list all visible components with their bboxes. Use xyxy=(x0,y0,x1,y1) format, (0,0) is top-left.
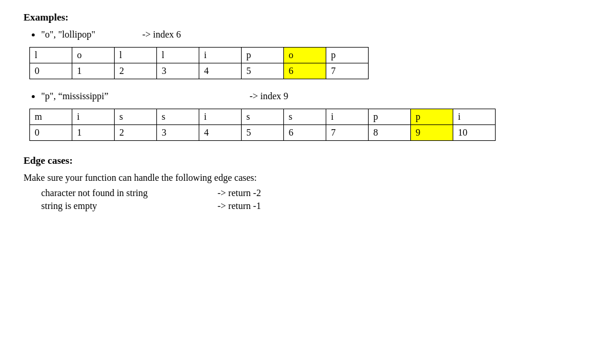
edge-cases-section: Edge cases: Make sure your function can … xyxy=(24,155,578,211)
index-cell: 3 xyxy=(157,125,199,141)
index-cell: 2 xyxy=(115,63,157,79)
examples-title: Examples: xyxy=(24,12,578,23)
char-cell: m xyxy=(30,109,72,125)
char-cell: i xyxy=(199,48,242,63)
edge-cases-title: Edge cases: xyxy=(24,155,578,167)
char-cell: i xyxy=(453,109,496,125)
edge-case-description: string is empty xyxy=(41,201,218,211)
example1-arrow: -> index 6 xyxy=(142,29,181,40)
index-cell: 6 xyxy=(284,125,326,141)
example2-arrow: -> index 9 xyxy=(249,91,288,102)
char-cell: o xyxy=(284,48,326,63)
char-cell: i xyxy=(72,109,115,125)
example1-indices-row: 01234567 xyxy=(30,63,369,79)
example2-item: "p", “mississippi” -> index 9 xyxy=(41,91,578,102)
index-cell: 5 xyxy=(242,63,284,79)
char-cell: p xyxy=(369,109,411,125)
char-cell: s xyxy=(242,109,284,125)
char-cell: l xyxy=(30,48,72,63)
example1-bullet-list: "o", "lollipop" -> index 6 xyxy=(24,29,578,40)
index-cell: 1 xyxy=(72,125,115,141)
index-cell: 0 xyxy=(30,63,72,79)
example2-label-row: "p", “mississippi” -> index 9 xyxy=(41,91,578,102)
index-cell: 2 xyxy=(115,125,157,141)
char-cell: o xyxy=(72,48,115,63)
example1-label-row: "o", "lollipop" -> index 6 xyxy=(41,29,578,40)
char-cell: i xyxy=(199,109,242,125)
edge-cases-list: character not found in string-> return -… xyxy=(24,188,578,211)
example1-table: lollipop 01234567 xyxy=(29,47,369,79)
example2-label-text: "p", “mississippi” xyxy=(41,91,108,102)
index-cell: 3 xyxy=(157,63,199,79)
index-cell: 7 xyxy=(326,63,369,79)
char-cell: s xyxy=(115,109,157,125)
index-cell: 4 xyxy=(199,63,242,79)
char-cell: p xyxy=(242,48,284,63)
example1-item: "o", "lollipop" -> index 6 xyxy=(41,29,578,40)
index-cell: 9 xyxy=(411,125,453,141)
examples-section: Examples: "o", "lollipop" -> index 6 lol… xyxy=(24,12,578,141)
index-cell: 1 xyxy=(72,63,115,79)
edge-case-item: string is empty-> return -1 xyxy=(41,201,578,211)
char-cell: p xyxy=(411,109,453,125)
edge-case-result: -> return -2 xyxy=(218,188,261,198)
index-cell: 0 xyxy=(30,125,72,141)
index-cell: 10 xyxy=(453,125,496,141)
example2-chars-row: mississippi xyxy=(30,109,496,125)
edge-case-result: -> return -1 xyxy=(218,201,261,211)
index-cell: 5 xyxy=(242,125,284,141)
char-cell: i xyxy=(326,109,369,125)
example1-label-text: "o", "lollipop" xyxy=(41,29,95,40)
example1-chars-row: lollipop xyxy=(30,48,369,63)
example2-indices-row: 012345678910 xyxy=(30,125,496,141)
index-cell: 4 xyxy=(199,125,242,141)
char-cell: s xyxy=(157,109,199,125)
char-cell: l xyxy=(157,48,199,63)
index-cell: 8 xyxy=(369,125,411,141)
edge-cases-intro: Make sure your function can handle the f… xyxy=(24,173,578,183)
edge-case-item: character not found in string-> return -… xyxy=(41,188,578,198)
char-cell: s xyxy=(284,109,326,125)
char-cell: l xyxy=(115,48,157,63)
index-cell: 7 xyxy=(326,125,369,141)
example2-table: mississippi 012345678910 xyxy=(29,109,496,141)
edge-case-description: character not found in string xyxy=(41,188,218,198)
index-cell: 6 xyxy=(284,63,326,79)
example2-bullet-list: "p", “mississippi” -> index 9 xyxy=(24,91,578,102)
char-cell: p xyxy=(326,48,369,63)
